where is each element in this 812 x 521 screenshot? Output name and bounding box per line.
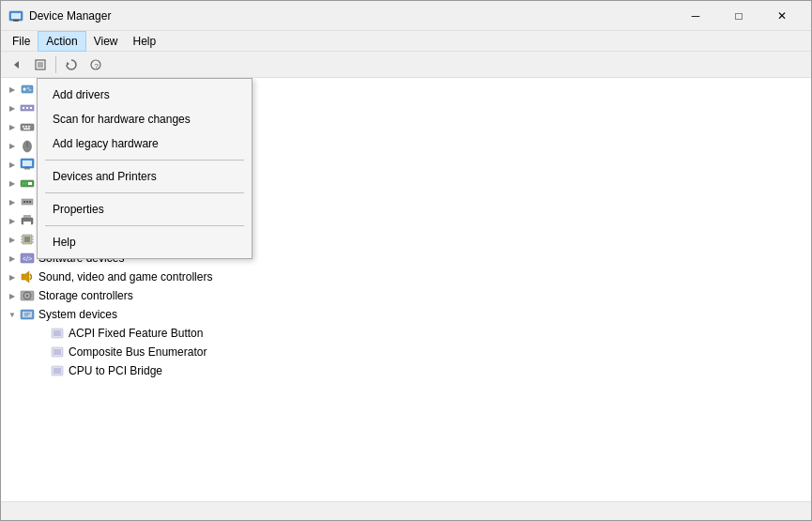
toolbar-refresh-button[interactable]	[60, 54, 83, 75]
toolbar-help-button[interactable]: ?	[84, 54, 107, 75]
dropdown-overlay[interactable]: Add drivers Scan for hardware changes Ad…	[1, 78, 811, 501]
svg-marker-8	[67, 62, 69, 66]
device-manager-window: Device Manager ─ □ ✕ File Action View He…	[0, 0, 812, 521]
menu-help-item[interactable]: Help	[38, 230, 252, 254]
content-area: ▶Human Interface Devices▶IDE ATA/ATAPI c…	[1, 78, 811, 501]
toolbar-back-button[interactable]	[5, 54, 27, 75]
separator-1	[45, 160, 244, 161]
title-bar: Device Manager ─ □ ✕	[1, 1, 811, 31]
menu-scan-hardware[interactable]: Scan for hardware changes	[38, 107, 252, 131]
menu-bar: File Action View Help	[1, 31, 811, 52]
action-dropdown-menu: Add drivers Scan for hardware changes Ad…	[37, 78, 253, 259]
window-icon	[8, 8, 23, 23]
menu-action[interactable]: Action	[38, 31, 85, 52]
properties-icon	[34, 58, 47, 71]
menu-add-drivers[interactable]: Add drivers	[38, 83, 252, 107]
menu-file[interactable]: File	[5, 31, 38, 52]
menu-view[interactable]: View	[86, 31, 126, 52]
minimize-button[interactable]: ─	[674, 1, 717, 31]
separator-2	[45, 192, 244, 193]
toolbar-separator	[55, 56, 56, 73]
svg-text:?: ?	[95, 61, 100, 69]
window-controls: ─ □ ✕	[674, 1, 804, 31]
back-icon	[9, 58, 23, 71]
menu-properties[interactable]: Properties	[38, 197, 252, 222]
svg-rect-3	[13, 20, 19, 22]
window-title: Device Manager	[29, 9, 674, 23]
separator-3	[45, 225, 244, 226]
toolbar: ?	[1, 52, 811, 78]
refresh-icon	[65, 58, 78, 71]
close-button[interactable]: ✕	[760, 1, 804, 31]
menu-devices-printers[interactable]: Devices and Printers	[38, 164, 252, 189]
help-icon: ?	[89, 58, 102, 71]
menu-help[interactable]: Help	[126, 31, 164, 52]
menu-add-legacy[interactable]: Add legacy hardware	[38, 131, 252, 156]
maximize-button[interactable]: □	[717, 1, 760, 31]
svg-rect-1	[11, 13, 21, 19]
status-bar	[1, 501, 811, 520]
toolbar-properties-button[interactable]	[29, 54, 52, 75]
